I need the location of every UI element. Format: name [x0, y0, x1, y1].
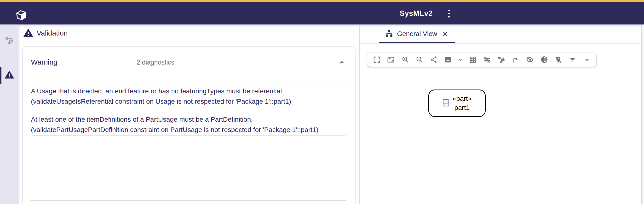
diagram-node-part1[interactable]: «part» part1: [428, 90, 486, 117]
zoom-in-button[interactable]: [400, 54, 411, 65]
tab-label: General View: [397, 30, 437, 38]
part-compartment-icon: [442, 99, 449, 108]
fit-selection-button[interactable]: [386, 54, 396, 65]
right-scroll-strip[interactable]: [641, 25, 644, 204]
warning-icon: [23, 28, 33, 38]
diagram-panel: General View: [360, 25, 641, 204]
fit-to-screen-icon: [373, 56, 381, 64]
grid-off-icon: [483, 56, 491, 64]
reroute-arrow-icon: [512, 56, 520, 64]
validation-panel: Validation Warning 2 diagnostics A Usage…: [18, 25, 359, 204]
diagnostic-row[interactable]: At least one of the itemDefinitions of a…: [31, 114, 345, 135]
diagnostic-message: At least one of the itemDefinitions of a…: [31, 114, 345, 125]
zoom-out-button[interactable]: [414, 54, 425, 65]
hierarchy-icon: [498, 56, 505, 64]
pin-off-icon: [554, 56, 562, 64]
zoom-in-icon: [401, 56, 409, 64]
grid-off-button[interactable]: [482, 54, 492, 65]
chevron-down-icon: [584, 56, 590, 63]
app-header: SysMLv2: [0, 2, 644, 25]
contrast-icon: [540, 56, 548, 64]
fit-to-screen-button[interactable]: [371, 54, 382, 65]
diagnostics-card: Warning 2 diagnostics A Usage that is di…: [22, 46, 356, 204]
active-tab-underline: [379, 42, 455, 43]
divider: [32, 135, 346, 136]
diagnostic-constraint: (validatePartUsagePartDefinition constra…: [31, 125, 345, 135]
divider: [32, 108, 346, 108]
node-label: «part» part1: [452, 94, 472, 112]
diagnostics-group-header: Warning 2 diagnostics: [23, 47, 355, 78]
grid-button[interactable]: [467, 54, 478, 65]
fade-button[interactable]: [538, 54, 550, 65]
fit-selection-icon: [387, 56, 395, 64]
filter-button[interactable]: [567, 54, 578, 65]
filter-icon: [569, 56, 577, 64]
app-logo-cube-icon: [15, 9, 28, 21]
tab-general-view[interactable]: General View: [379, 25, 455, 43]
collapse-button[interactable]: [336, 57, 348, 68]
warning-icon: [4, 70, 14, 80]
diagnostics-count: 2 diagnostics: [136, 59, 174, 66]
image-icon: [444, 56, 452, 64]
sidebar-item-validation[interactable]: [0, 67, 18, 84]
kebab-menu-icon[interactable]: [444, 7, 453, 21]
diagnostic-constraint: (validateUsageIsReferential constraint o…: [31, 96, 345, 107]
left-rail: [0, 25, 18, 204]
hierarchy-icon: [4, 36, 14, 46]
hide-button[interactable]: [524, 54, 536, 65]
divider: [32, 82, 346, 82]
share-icon: [430, 56, 438, 64]
share-button[interactable]: [428, 54, 439, 65]
export-image-button[interactable]: [442, 54, 454, 65]
diagram-toolbar: [367, 53, 596, 67]
close-tab-button[interactable]: [441, 30, 449, 38]
validation-panel-header: Validation: [18, 25, 359, 42]
diagram-tab-bar: General View: [360, 25, 641, 44]
diagnostic-row[interactable]: A Usage that is directed, an end feature…: [31, 86, 345, 107]
sitemap-icon: [385, 29, 393, 38]
panel-title: Validation: [37, 29, 68, 37]
unpin-button[interactable]: [553, 54, 564, 65]
diagnostic-message: A Usage that is directed, an end feature…: [31, 86, 345, 96]
chevron-up-icon: [338, 58, 346, 67]
close-icon: [442, 30, 449, 38]
severity-label: Warning: [31, 58, 58, 66]
eye-off-icon: [526, 56, 534, 64]
zoom-out-icon: [416, 56, 423, 64]
node-name: part1: [452, 103, 472, 112]
export-image-menu-button[interactable]: [457, 54, 464, 65]
divider-bottom: [30, 200, 346, 201]
grid-icon: [469, 56, 477, 64]
more-tools-button[interactable]: [582, 54, 592, 65]
hierarchy-button[interactable]: [496, 54, 507, 65]
chevron-down-icon: [457, 57, 464, 63]
sidebar-item-explorer[interactable]: [0, 32, 18, 50]
reroute-button[interactable]: [510, 54, 521, 65]
node-stereotype: «part»: [452, 94, 472, 103]
accent-top-strip: [0, 0, 644, 2]
app-title: SysMLv2: [400, 2, 433, 25]
